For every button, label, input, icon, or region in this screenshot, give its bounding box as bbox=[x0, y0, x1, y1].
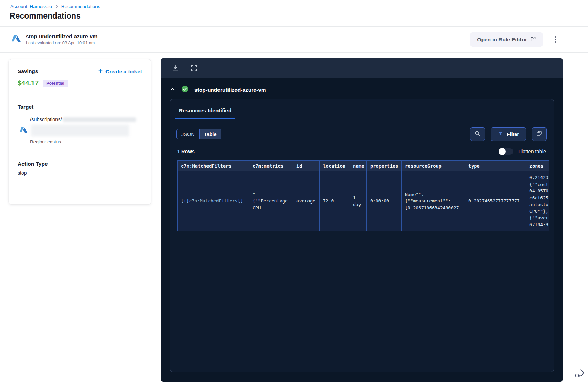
table-wrap: c7n:MatchedFiltersc7n:metricsidlocationn… bbox=[177, 160, 549, 231]
success-check-icon bbox=[181, 85, 189, 94]
redacted-resource-id bbox=[31, 125, 129, 136]
cell-zones: 0.21423 {""cost 04-05T0 c6cf625 autosto … bbox=[526, 171, 549, 231]
column-header-c7n-matchedfilters: c7n:MatchedFilters bbox=[178, 161, 249, 171]
column-header-type: type bbox=[465, 161, 526, 171]
column-header-name: name bbox=[349, 161, 367, 171]
azure-logo bbox=[12, 34, 21, 45]
resources-table: c7n:MatchedFiltersc7n:metricsidlocationn… bbox=[177, 160, 549, 231]
filter-icon bbox=[498, 131, 503, 137]
tab-resources-identified[interactable]: Resources Identified bbox=[175, 107, 235, 119]
cell-type: 0.20274652777777777 bbox=[465, 171, 526, 231]
table-row: [+]c7n:MatchedFilters[]" {""Percentage C… bbox=[178, 171, 549, 231]
chevron-right-icon bbox=[55, 5, 58, 8]
column-header-resourcegroup: resourceGroup bbox=[402, 161, 465, 171]
rows-count: 1 Rows bbox=[177, 149, 195, 154]
search-icon bbox=[474, 130, 481, 138]
breadcrumb-account-link[interactable]: Account: Harness.io bbox=[10, 4, 52, 9]
azure-icon bbox=[20, 126, 28, 135]
cell-properties: 0:00:00 bbox=[367, 171, 402, 231]
target-path: /subscriptions/ bbox=[30, 117, 62, 122]
cell-name: 1 day bbox=[349, 171, 367, 231]
cell-location: 72.0 bbox=[320, 171, 349, 231]
rule-last-evaluated: Last evaluated on: 08 Apr, 10:01 am bbox=[26, 41, 98, 45]
column-header-location: location bbox=[320, 161, 349, 171]
column-header-id: id bbox=[293, 161, 320, 171]
search-button[interactable] bbox=[470, 127, 485, 141]
redacted-subscription-id bbox=[63, 117, 136, 122]
download-icon[interactable] bbox=[172, 64, 179, 72]
breadcrumb-current-link[interactable]: Recommendations bbox=[61, 4, 100, 9]
copy-icon bbox=[536, 130, 543, 138]
breadcrumb: Account: Harness.io Recommendations bbox=[10, 4, 100, 9]
view-toggle-json[interactable]: JSON bbox=[177, 129, 199, 139]
column-header-zones: zones bbox=[526, 161, 549, 171]
cell-resourcegroup: None"": {""measurement"": [0.20671066342… bbox=[402, 171, 465, 231]
kebab-menu-icon[interactable] bbox=[553, 34, 558, 45]
column-header-properties: properties bbox=[367, 161, 402, 171]
flatten-table-label: Flatten table bbox=[518, 149, 546, 154]
action-type-value: stop bbox=[18, 170, 142, 176]
savings-card: Savings Create a ticket $44.17 Potential… bbox=[9, 59, 151, 204]
column-header-c7n-metrics: c7n:metrics bbox=[249, 161, 293, 171]
action-type-label: Action Type bbox=[18, 161, 142, 167]
open-rule-editor-label: Open in Rule Editor bbox=[477, 37, 527, 43]
flatten-table-toggle[interactable] bbox=[499, 148, 513, 155]
rule-header: stop-underutilized-azure-vm Last evaluat… bbox=[0, 26, 588, 53]
toggle-knob bbox=[499, 148, 506, 155]
target-region: Region: eastus bbox=[30, 139, 142, 144]
cell-id: average bbox=[293, 171, 320, 231]
copy-button[interactable] bbox=[532, 127, 547, 141]
results-panel: stop-underutilized-azure-vm Resources Id… bbox=[161, 58, 563, 382]
page-title: Recommendations bbox=[10, 11, 81, 21]
matched-filters-expander[interactable]: [+]c7n:MatchedFilters[] bbox=[181, 198, 243, 204]
cell-c7n-matchedfilters[interactable]: [+]c7n:MatchedFilters[] bbox=[178, 171, 249, 231]
filter-label: Filter bbox=[507, 132, 519, 137]
open-rule-editor-button[interactable]: Open in Rule Editor bbox=[470, 32, 543, 47]
divider bbox=[18, 96, 142, 96]
view-toggle: JSON Table bbox=[176, 129, 221, 139]
divider bbox=[18, 153, 142, 153]
plus-icon bbox=[98, 68, 103, 75]
savings-amount: $44.17 bbox=[18, 79, 39, 87]
filter-button[interactable]: Filter bbox=[491, 127, 526, 141]
panel-toolbar bbox=[161, 58, 563, 78]
fullscreen-icon[interactable] bbox=[190, 64, 198, 72]
table-header-row: c7n:MatchedFiltersc7n:metricsidlocationn… bbox=[178, 161, 549, 171]
rule-name: stop-underutilized-azure-vm bbox=[26, 33, 98, 40]
savings-label: Savings bbox=[18, 68, 38, 74]
view-toggle-table[interactable]: Table bbox=[199, 129, 221, 139]
collapse-chevron-icon[interactable] bbox=[170, 86, 175, 93]
potential-badge: Potential bbox=[43, 80, 68, 87]
resources-card: Resources Identified JSON Table Filter bbox=[170, 99, 554, 372]
cell-c7n-metrics: " {""Percentage CPU bbox=[249, 171, 293, 231]
target-label: Target bbox=[18, 104, 142, 110]
table-body: [+]c7n:MatchedFilters[]" {""Percentage C… bbox=[178, 171, 549, 231]
external-link-icon bbox=[530, 36, 536, 43]
chat-support-icon[interactable] bbox=[573, 367, 585, 381]
panel-rule-title: stop-underutilized-azure-vm bbox=[194, 87, 266, 93]
create-ticket-button[interactable]: Create a ticket bbox=[98, 68, 142, 75]
create-ticket-label: Create a ticket bbox=[105, 69, 142, 75]
